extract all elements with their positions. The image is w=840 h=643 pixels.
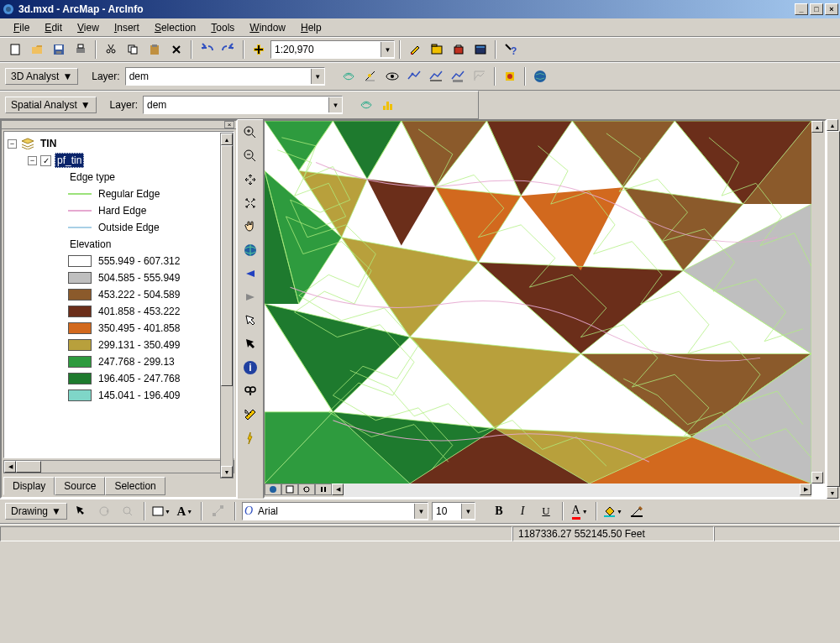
save-button[interactable]: [49, 39, 69, 60]
new-button[interactable]: [5, 39, 25, 60]
delete-button[interactable]: [166, 39, 186, 60]
italic-button[interactable]: I: [512, 501, 533, 521]
tab-selection[interactable]: Selection: [105, 477, 165, 495]
identify-tool[interactable]: i: [241, 358, 260, 377]
command-line-button[interactable]: [470, 39, 491, 60]
print-button[interactable]: [71, 39, 91, 60]
dropdown-icon[interactable]: ▼: [414, 504, 428, 519]
scroll-up-button[interactable]: ▲: [811, 121, 823, 133]
full-extent-tool[interactable]: [241, 241, 260, 259]
paste-button[interactable]: [144, 39, 165, 60]
fixed-zoom-in-tool[interactable]: [241, 170, 260, 189]
dropdown-icon[interactable]: ▼: [311, 69, 324, 84]
histogram-tool[interactable]: [378, 95, 398, 115]
select-elements-tool[interactable]: [71, 501, 91, 521]
layer-label[interactable]: pf_tin: [55, 153, 84, 168]
open-button[interactable]: [27, 39, 47, 60]
layer-combo-sa[interactable]: ▼: [143, 96, 343, 114]
drawing-menu[interactable]: Drawing ▼: [5, 503, 67, 520]
legend-edge-row[interactable]: Regular Edge: [8, 186, 230, 202]
pause-button[interactable]: [315, 484, 332, 495]
spatial-analyst-menu[interactable]: Spatial Analyst ▼: [5, 97, 97, 113]
legend-edge-row[interactable]: Hard Edge: [8, 202, 230, 219]
dropdown-icon[interactable]: ▼: [461, 504, 475, 519]
toc-horizontal-scrollbar[interactable]: ◀ ▶: [3, 460, 234, 473]
font-size-combo[interactable]: ▼: [432, 502, 475, 520]
arcscene-button[interactable]: [530, 66, 550, 86]
layer-combo-3d[interactable]: ▼: [125, 67, 325, 86]
map-canvas[interactable]: [265, 121, 811, 484]
tab-display[interactable]: Display: [3, 477, 55, 495]
legend-class-row[interactable]: 196.405 - 247.768: [8, 370, 230, 387]
legend-class-row[interactable]: 555.949 - 607.312: [8, 253, 230, 269]
scale-combo[interactable]: ▼: [270, 40, 395, 59]
outer-vertical-scrollbar[interactable]: ▲ ▼: [827, 119, 840, 499]
legend-class-row[interactable]: 401.858 - 453.222: [8, 303, 230, 320]
underline-button[interactable]: U: [536, 501, 556, 521]
contour-tool-sa[interactable]: [356, 95, 376, 115]
scroll-down-button[interactable]: ▼: [827, 487, 838, 499]
menu-insert[interactable]: Insert: [108, 20, 146, 35]
legend-class-row[interactable]: 247.768 - 299.13: [8, 353, 230, 370]
legend-class-row[interactable]: 145.041 - 196.409: [8, 387, 230, 404]
cut-button[interactable]: [101, 39, 121, 60]
select-elements-tool[interactable]: [241, 335, 260, 353]
menu-view[interactable]: View: [71, 20, 106, 35]
font-color-button[interactable]: A▼: [570, 501, 590, 521]
data-view-tab[interactable]: [265, 484, 281, 495]
legend-class-row[interactable]: 299.131 - 350.499: [8, 337, 230, 353]
interpolate-point-tool[interactable]: [404, 66, 424, 86]
collapse-icon[interactable]: −: [28, 156, 37, 165]
select-features-tool[interactable]: [241, 311, 260, 330]
scroll-up-button[interactable]: ▲: [221, 133, 233, 145]
rectangle-tool[interactable]: ▼: [151, 501, 171, 521]
undo-button[interactable]: [197, 39, 217, 60]
zoom-out-tool[interactable]: [241, 147, 260, 165]
legend-class-row[interactable]: 453.222 - 504.589: [8, 286, 230, 303]
legend-edge-row[interactable]: Outside Edge: [8, 219, 230, 236]
text-tool[interactable]: A▼: [175, 501, 195, 521]
map-view[interactable]: ▲ ▼ ◀ ▶: [263, 119, 827, 499]
scale-dropdown-icon[interactable]: ▼: [381, 42, 394, 57]
dropdown-icon[interactable]: ▼: [328, 97, 342, 112]
3d-scene-button[interactable]: [500, 66, 520, 86]
find-tool[interactable]: [241, 382, 260, 400]
editor-toolbar-button[interactable]: [405, 39, 425, 60]
layout-view-tab[interactable]: [281, 484, 298, 495]
toc-tree[interactable]: − TIN − ✓ pf_tin Edge type Regular EdgeH…: [3, 131, 234, 458]
scroll-thumb[interactable]: [16, 461, 41, 473]
contour-tool[interactable]: [339, 66, 359, 86]
line-color-button[interactable]: [627, 501, 647, 521]
scroll-down-button[interactable]: ▼: [221, 466, 233, 478]
data-frame-label[interactable]: TIN: [39, 137, 58, 150]
add-data-button[interactable]: [249, 39, 269, 60]
scroll-thumb[interactable]: [221, 145, 233, 386]
menu-file[interactable]: File: [7, 20, 36, 35]
font-input[interactable]: [255, 504, 414, 519]
bold-button[interactable]: B: [489, 501, 509, 521]
menu-selection[interactable]: Selection: [148, 20, 202, 35]
interpolate-line-tool[interactable]: [426, 66, 446, 86]
3d-analyst-menu[interactable]: 3D Analyst ▼: [5, 68, 78, 85]
layer-input-3d[interactable]: [126, 69, 311, 84]
legend-class-row[interactable]: 350.495 - 401.858: [8, 320, 230, 337]
scroll-left-button[interactable]: ◀: [4, 461, 16, 473]
scroll-up-button[interactable]: ▲: [827, 119, 838, 131]
redo-button[interactable]: [218, 39, 239, 60]
menu-tools[interactable]: Tools: [204, 20, 241, 35]
menu-edit[interactable]: Edit: [38, 20, 69, 35]
toc-vertical-scrollbar[interactable]: ▲ ▼: [220, 133, 234, 478]
minimize-button[interactable]: _: [795, 3, 808, 15]
refresh-button[interactable]: [298, 484, 315, 495]
layer-input-sa[interactable]: [144, 97, 328, 112]
arccatalog-button[interactable]: [427, 39, 447, 60]
map-vertical-scrollbar[interactable]: ▲ ▼: [811, 121, 825, 484]
scroll-left-button[interactable]: ◀: [332, 484, 344, 495]
fill-color-button[interactable]: ▼: [603, 501, 623, 521]
collapse-icon[interactable]: −: [8, 139, 17, 149]
measure-tool[interactable]: [241, 405, 260, 424]
copy-button[interactable]: [123, 39, 143, 60]
line-of-sight-tool[interactable]: ▾: [382, 66, 402, 86]
font-size-input[interactable]: [433, 504, 461, 519]
scroll-thumb[interactable]: [827, 131, 840, 487]
